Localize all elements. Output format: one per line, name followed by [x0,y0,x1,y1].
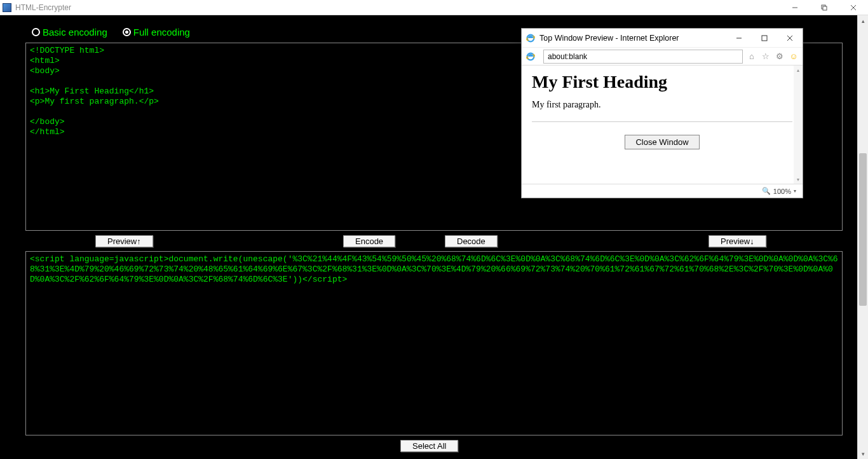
preview-paragraph: My first paragraph. [532,100,792,110]
preview-titlebar: Top Window Preview - Internet Explorer [522,29,803,48]
scroll-down-icon[interactable]: ▾ [794,175,803,184]
scroll-up-icon[interactable]: ▴ [794,65,803,74]
divider [532,121,792,122]
preview-window: Top Window Preview - Internet Explorer ⌂… [521,28,803,198]
minimize-button[interactable] [780,0,810,15]
main-scrollbar[interactable]: ▴ ▾ [857,15,868,459]
preview-content: My First Heading My first paragraph. Clo… [522,65,803,184]
ie-icon [526,51,536,62]
scroll-track[interactable] [858,26,868,448]
preview-top-button[interactable]: Preview↑ [95,235,153,247]
close-window-button[interactable]: Close Window [625,135,699,149]
radio-icon [32,28,40,36]
zoom-dropdown-icon[interactable]: ▾ [794,188,796,194]
preview-window-title: Top Window Preview - Internet Explorer [539,34,679,43]
preview-maximize-button[interactable] [752,29,777,47]
select-all-button[interactable]: Select All [400,440,458,452]
ie-icon [526,33,536,43]
middle-button-row: Preview↑ Encode Decode Preview↓ [25,234,843,248]
smiley-icon[interactable]: ☺ [789,51,799,62]
preview-window-controls [726,29,803,47]
decode-button[interactable]: Decode [445,235,498,247]
preview-address-input[interactable] [543,50,743,64]
app-icon [3,3,11,12]
radio-icon [123,28,131,36]
scroll-track[interactable] [794,74,803,175]
radio-label: Full encoding [133,27,190,38]
close-button[interactable] [839,0,868,15]
preview-heading: My First Heading [532,72,792,92]
zoom-level: 100% [773,188,791,195]
scroll-down-icon[interactable]: ▾ [858,448,868,459]
preview-scrollbar[interactable]: ▴ ▾ [794,65,803,184]
titlebar: HTML-Encrypter [0,0,868,15]
scroll-up-icon[interactable]: ▴ [858,15,868,26]
preview-statusbar: 🔍 100% ▾ [522,184,803,198]
preview-close-button[interactable] [777,29,803,47]
window-title: HTML-Encrypter [15,3,71,12]
scroll-thumb[interactable] [859,153,867,306]
zoom-icon[interactable]: 🔍 [762,187,771,195]
preview-minimize-button[interactable] [726,29,752,47]
encoded-code-textarea[interactable]: <script language=javascript>document.wri… [25,251,843,435]
preview-bottom-button[interactable]: Preview↓ [709,235,766,247]
settings-icon[interactable]: ⚙ [775,51,785,62]
window-controls [780,0,868,15]
svg-rect-2 [823,6,827,10]
preview-address-bar: ⌂ ☆ ⚙ ☺ [522,48,803,65]
svg-rect-9 [762,36,767,41]
radio-label: Basic encoding [43,27,107,38]
home-icon[interactable]: ⌂ [747,51,757,62]
maximize-button[interactable] [810,0,839,15]
full-encoding-radio[interactable]: Full encoding [123,27,190,38]
bottom-button-row: Select All [25,439,843,453]
encode-button[interactable]: Encode [343,235,395,247]
favorites-icon[interactable]: ☆ [761,51,771,62]
basic-encoding-radio[interactable]: Basic encoding [32,27,107,38]
